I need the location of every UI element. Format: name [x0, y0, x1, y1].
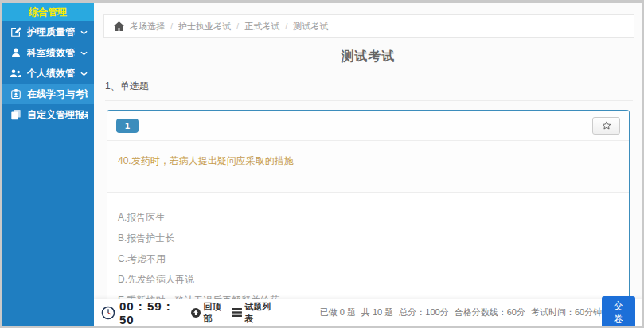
- sidebar-item-nursing-quality[interactable]: 护理质量管理: [2, 21, 94, 42]
- question-number-badge: 1: [116, 119, 139, 133]
- breadcrumb-separator: /: [236, 21, 239, 31]
- sidebar-item-label: 个人绩效管理: [27, 67, 75, 80]
- arrow-up-circle-icon: [191, 308, 201, 318]
- main-content: 考场选择 / 护士执业考试 / 正式考试 / 测试考试 测试考试 1、单选题 1…: [94, 3, 642, 326]
- question-card: 1 40.发药时，若病人提出疑问应采取的措施__________ A.报告医生 …: [107, 110, 630, 299]
- breadcrumb-item-formal-exam[interactable]: 正式考试: [244, 21, 279, 33]
- user-icon: [10, 47, 21, 59]
- id-badge-icon: [10, 88, 21, 100]
- sidebar-item-label: 在线学习与考试: [27, 88, 88, 101]
- users-icon: [10, 68, 21, 80]
- breadcrumb-item-current: 测试考试: [293, 21, 328, 33]
- star-icon: [602, 121, 611, 130]
- app-root: 综合管理 护理质量管理 科室绩效管理 个人绩效管理: [2, 3, 642, 326]
- sidebar-header: 综合管理: [2, 3, 94, 21]
- submit-exam-button[interactable]: 交 卷: [602, 296, 635, 326]
- stat-total-score: 总分：100分: [399, 307, 448, 318]
- breadcrumb-separator: /: [170, 21, 173, 31]
- sidebar: 综合管理 护理质量管理 科室绩效管理 个人绩效管理: [2, 3, 94, 326]
- question-options: A.报告医生 B.报告护士长 C.考虑不用 D.先发给病人再说 E.重新核对，确…: [107, 193, 629, 299]
- question-type-section-label: 1、单选题: [105, 80, 633, 101]
- question-list-label: 试题列表: [244, 301, 273, 325]
- clock-icon: [101, 306, 115, 320]
- question-list-button[interactable]: 试题列表: [232, 301, 273, 325]
- back-to-top-label: 回顶部: [203, 301, 224, 325]
- copy-icon: [10, 109, 21, 121]
- favorite-button[interactable]: [592, 117, 620, 135]
- page-title: 测试考试: [94, 49, 642, 65]
- breadcrumb: 考场选择 / 护士执业考试 / 正式考试 / 测试考试: [103, 14, 634, 38]
- exam-timer: 00 : 59 : 50: [119, 299, 178, 326]
- sidebar-item-online-learning-exam[interactable]: 在线学习与考试: [2, 84, 94, 104]
- edit-icon: [10, 26, 21, 38]
- question-card-header: 1: [107, 111, 629, 141]
- exam-footer-bar: 00 : 59 : 50 回顶部 试题列表 已做 0 题 共 10 题 总分：1…: [94, 299, 642, 326]
- timer-wrap: 00 : 59 : 50: [101, 299, 178, 326]
- question-text-block: 40.发药时，若病人提出疑问应采取的措施__________: [107, 141, 629, 193]
- chevron-down-icon: [80, 68, 88, 79]
- option-c[interactable]: C.考虑不用: [118, 254, 619, 264]
- stat-total: 共 10 题: [361, 307, 393, 318]
- list-icon: [232, 308, 242, 317]
- breadcrumb-item-exam-room[interactable]: 考场选择: [130, 21, 165, 33]
- back-to-top-button[interactable]: 回顶部: [191, 301, 224, 325]
- option-b[interactable]: B.报告护士长: [118, 233, 619, 243]
- sidebar-item-personal-performance[interactable]: 个人绩效管理: [2, 63, 94, 84]
- question-text: 40.发药时，若病人提出疑问应采取的措施__________: [118, 155, 346, 166]
- sidebar-item-label: 自定义管理报表: [27, 108, 88, 122]
- breadcrumb-separator: /: [285, 21, 287, 31]
- sidebar-item-custom-reports[interactable]: 自定义管理报表: [2, 104, 94, 125]
- stat-duration: 考试时间：60分钟: [531, 307, 602, 318]
- breadcrumb-item-nurse-exam[interactable]: 护士执业考试: [178, 21, 231, 33]
- exam-stats: 已做 0 题 共 10 题 总分：100分 合格分数线：60分 考试时间：60分…: [320, 307, 602, 318]
- home-icon: [114, 21, 124, 31]
- sidebar-item-label: 护理质量管理: [27, 25, 75, 39]
- option-d[interactable]: D.先发给病人再说: [118, 275, 619, 284]
- stat-pass-line: 合格分数线：60分: [455, 307, 525, 318]
- chevron-down-icon: [80, 47, 88, 58]
- sidebar-item-label: 科室绩效管理: [27, 46, 75, 60]
- stat-done: 已做 0 题: [320, 307, 356, 318]
- option-a[interactable]: A.报告医生: [118, 213, 619, 222]
- sidebar-item-dept-performance[interactable]: 科室绩效管理: [2, 42, 94, 63]
- window-frame: 综合管理 护理质量管理 科室绩效管理 个人绩效管理: [0, 0, 644, 328]
- chevron-down-icon: [80, 26, 88, 37]
